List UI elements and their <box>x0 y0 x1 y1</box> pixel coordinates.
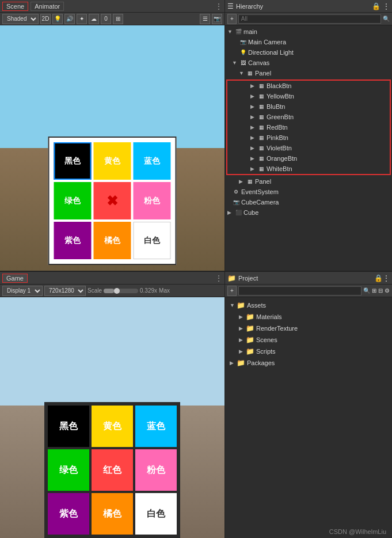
light-obj-icon: 💡 <box>239 48 247 56</box>
2d-toggle[interactable]: 2D <box>40 14 51 24</box>
tree-item-directional-light[interactable]: 💡 Directional Light <box>225 47 392 58</box>
project-search[interactable] <box>238 286 361 295</box>
game-tab[interactable]: Game <box>2 274 28 283</box>
yellowbtn-icon: ▦ <box>257 92 265 100</box>
scenes-folder-icon: 📁 <box>246 336 254 344</box>
pink-btn-scene[interactable]: 粉色 <box>134 182 171 219</box>
game-red-btn[interactable]: 红色 <box>92 449 133 491</box>
hierarchy-search[interactable] <box>238 14 381 24</box>
menu-dots[interactable]: ⋮ <box>215 2 222 10</box>
eventsystem-icon: ⚙ <box>232 188 240 196</box>
project-create-btn[interactable]: + <box>227 286 237 296</box>
display-dropdown[interactable]: Display 1 <box>2 286 43 296</box>
project-folder-rendertexture[interactable]: ▶ 📁 RenderTexture <box>227 323 390 334</box>
panel2-label: Panel <box>255 178 271 185</box>
game-white-btn[interactable]: 白色 <box>135 493 177 535</box>
main-camera-label: Main Camera <box>248 39 286 46</box>
cubecamera-icon: 📷 <box>232 198 240 206</box>
game-orange-btn[interactable]: 橘色 <box>92 493 133 535</box>
green-btn-scene[interactable]: 绿色 <box>54 182 92 219</box>
scene-tab[interactable]: Scene <box>2 2 28 11</box>
tree-item-pinkbtn[interactable]: ▶ ▦ PinkBtn <box>227 132 390 143</box>
tree-item-panel2[interactable]: ▶ ▦ Panel <box>225 176 392 187</box>
tree-item-yellowbtn[interactable]: ▶ ▦ YellowBtn <box>227 91 390 101</box>
tree-item-orangebtn[interactable]: ▶ ▦ OrangeBtn <box>227 153 390 164</box>
rendertexture-label: RenderTexture <box>256 325 298 332</box>
project-lock-icon[interactable]: 🔒 <box>374 274 383 282</box>
pinkbtn-label: PinkBtn <box>267 134 288 141</box>
shading-dropdown[interactable]: Shaded <box>2 14 39 24</box>
lock-icon[interactable]: 🔒 <box>372 2 380 10</box>
scripts-folder-icon: 📁 <box>246 347 254 355</box>
hide-icon[interactable]: 0 <box>101 14 111 24</box>
red-btn-scene[interactable]: ✖ <box>94 182 131 219</box>
resolution-dropdown[interactable]: 720x1280 <box>44 286 86 296</box>
game-pink-btn[interactable]: 粉色 <box>135 449 177 491</box>
filter-icon[interactable]: ⊞ <box>372 287 376 294</box>
project-icon: 📁 <box>227 274 236 282</box>
assets-folder-icon: 📁 <box>237 301 245 309</box>
game-black-btn[interactable]: 黑色 <box>48 406 89 447</box>
white-btn-scene[interactable]: 白色 <box>134 222 171 259</box>
greenbtn-icon: ▦ <box>257 113 265 121</box>
redbtn-icon: ▦ <box>257 123 265 131</box>
game-purple-btn[interactable]: 紫色 <box>48 493 89 535</box>
blue-btn-scene[interactable]: 蓝色 <box>134 142 171 180</box>
blackbtn-icon: ▦ <box>257 82 265 90</box>
tree-item-canvas[interactable]: ▼ 🖼 Canvas <box>225 58 392 68</box>
cube-label: Cube <box>243 209 258 216</box>
purple-btn-scene[interactable]: 紫色 <box>54 222 92 259</box>
project-folder-assets[interactable]: ▼ 📁 Assets <box>227 300 390 311</box>
lighting-icon[interactable]: 💡 <box>52 14 63 24</box>
game-more-icon[interactable]: ⋮ <box>215 274 222 282</box>
hierarchy-header: ☰ Hierarchy 🔒 ⋮ <box>225 0 392 13</box>
scenes-label: Scenes <box>256 336 277 343</box>
tree-item-whitebtn[interactable]: ▶ ▦ WhiteBtn <box>227 164 390 174</box>
game-yellow-btn[interactable]: 黄色 <box>92 406 133 447</box>
tree-item-cube[interactable]: ▶ ⬛ Cube <box>225 207 392 218</box>
project-folder-packages[interactable]: ▶ 📁 Packages <box>227 357 390 369</box>
hierarchy-icon: ☰ <box>227 2 234 10</box>
project-folder-scripts[interactable]: ▶ 📁 Scripts <box>227 346 390 357</box>
sky-icon[interactable]: ☁ <box>89 14 99 24</box>
tree-item-main-camera[interactable]: 📷 Main Camera <box>225 37 392 47</box>
game-blue-btn[interactable]: 蓝色 <box>135 406 177 447</box>
directional-light-label: Directional Light <box>248 49 294 56</box>
scale-slider[interactable] <box>104 289 138 293</box>
black-btn-scene[interactable]: 黑色 <box>54 142 92 180</box>
yellow-btn-scene[interactable]: 黄色 <box>94 142 131 180</box>
tree-item-eventsystem[interactable]: ⚙ EventSystem <box>225 187 392 197</box>
grid-icon[interactable]: ⊞ <box>113 14 123 24</box>
orangebtn-icon: ▦ <box>257 154 265 162</box>
project-search-icon: 🔍 <box>363 287 370 294</box>
layers-icon[interactable]: ☰ <box>200 14 210 24</box>
fx-icon[interactable]: ✦ <box>77 14 87 24</box>
layout-icon[interactable]: ⊟ <box>378 287 383 294</box>
tree-item-redbtn[interactable]: ▶ ▦ RedBtn <box>227 122 390 132</box>
tree-item-main[interactable]: ▼ 🎬 main <box>225 26 392 37</box>
more-icon[interactable]: ⋮ <box>383 2 390 10</box>
bluebtn-label: BluBtn <box>267 103 285 110</box>
audio-icon[interactable]: 🔊 <box>64 14 75 24</box>
tree-item-greenbtn[interactable]: ▶ ▦ GreenBtn <box>227 112 390 122</box>
game-viewport: 黑色 黄色 蓝色 绿色 红色 粉色 紫色 橘色 白色 <box>0 297 224 538</box>
tree-item-blackbtn[interactable]: ▶ ▦ BlackBtn <box>227 81 390 91</box>
project-more-icon[interactable]: ⋮ <box>383 274 390 282</box>
tree-item-panel-parent[interactable]: ▼ ▦ Panel <box>225 68 392 78</box>
yellowbtn-label: YellowBtn <box>267 93 294 100</box>
orange-btn-scene[interactable]: 橘色 <box>94 222 131 259</box>
tree-item-cubecamera[interactable]: 📷 CubeCamera <box>225 197 392 207</box>
tree-item-bluebtn[interactable]: ▶ ▦ BluBtn <box>227 101 390 112</box>
project-folder-materials[interactable]: ▶ 📁 Materials <box>227 311 390 323</box>
project-folder-scenes[interactable]: ▶ 📁 Scenes <box>227 334 390 346</box>
game-green-btn[interactable]: 绿色 <box>48 449 89 491</box>
settings-icon[interactable]: ⚙ <box>385 287 390 294</box>
animator-tab[interactable]: Animator <box>31 2 64 11</box>
canvas-icon: 🖼 <box>239 59 247 67</box>
camera-icon[interactable]: 📷 <box>212 14 222 24</box>
assets-label: Assets <box>247 302 266 309</box>
main-icon: 🎬 <box>234 28 242 36</box>
max-label: Max <box>159 287 170 294</box>
tree-item-violetbtn[interactable]: ▶ ▦ VioletBtn <box>227 143 390 153</box>
create-button[interactable]: + <box>227 14 237 24</box>
